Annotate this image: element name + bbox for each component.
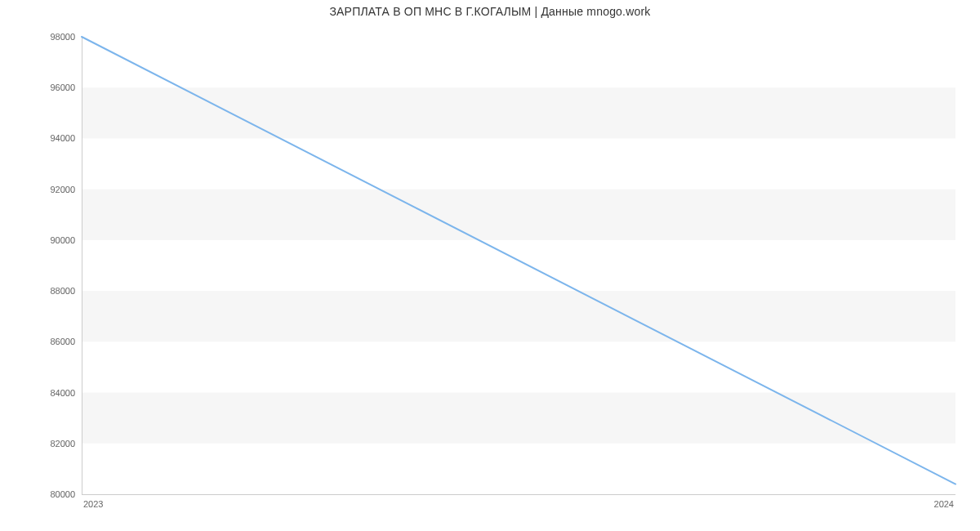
y-tick-label: 86000 <box>50 337 75 346</box>
y-tick-label: 94000 <box>50 133 75 143</box>
y-tick-label: 84000 <box>50 388 75 398</box>
y-tick-label: 92000 <box>50 185 75 194</box>
y-tick-label: 98000 <box>50 32 75 42</box>
y-tick-label: 80000 <box>50 489 75 499</box>
x-tick-label: 2023 <box>83 499 103 509</box>
grid-band <box>82 291 956 341</box>
y-tick-label: 82000 <box>50 439 75 448</box>
y-tick-label: 90000 <box>50 235 75 245</box>
plot-area: 8000082000840008600088000900009200094000… <box>82 37 956 494</box>
chart-title: ЗАРПЛАТА В ОП МНС В Г.КОГАЛЫМ | Данные m… <box>0 5 980 18</box>
y-tick-label: 88000 <box>50 286 75 296</box>
y-tick-label: 96000 <box>50 83 75 92</box>
x-tick-label: 2024 <box>934 499 954 509</box>
grid-band <box>82 190 956 240</box>
chart-svg: 8000082000840008600088000900009200094000… <box>82 37 956 515</box>
grid-band <box>82 393 956 444</box>
chart-container: ЗАРПЛАТА В ОП МНС В Г.КОГАЛЫМ | Данные m… <box>0 0 980 531</box>
grid-band <box>82 87 956 138</box>
